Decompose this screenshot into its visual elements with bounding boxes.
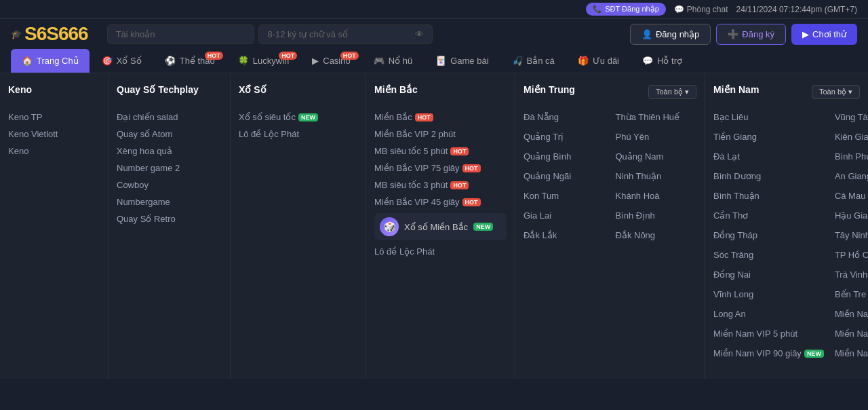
nav-item-gamebai[interactable]: 🃏 Game bài	[425, 49, 499, 73]
baclieu[interactable]: Bạc Liêu	[713, 109, 824, 126]
login-button[interactable]: 👤 Đăng nhập	[630, 24, 711, 45]
nav-item-nohu[interactable]: 🎮 Nổ hũ	[363, 49, 423, 73]
mienbac-item[interactable]: Miền Bắc HOT	[374, 109, 507, 126]
lucky-icon: 🍀	[238, 56, 249, 66]
account-input[interactable]	[107, 24, 255, 44]
mb-sieutoc-5phut-badge: HOT	[450, 147, 469, 155]
camau[interactable]: Cà Mau	[835, 187, 868, 204]
play-button[interactable]: ▶ Chơi thử	[791, 24, 857, 45]
nav-item-luckywin[interactable]: 🍀 Luckywin HOT	[227, 49, 300, 73]
mienbac-vip75giay[interactable]: Miền Bắc VIP 75 giây HOT	[374, 160, 507, 176]
miennam-vip90giay-badge: NEW	[804, 350, 824, 358]
search-group: 👁	[107, 24, 433, 44]
xeng-hoa-qua[interactable]: Xèng hoa quả	[117, 143, 222, 160]
mienbac-header: Miền Bắc	[374, 84, 507, 99]
nav-item-banca[interactable]: 🎣 Bắn cá	[501, 49, 566, 73]
dalat[interactable]: Đà Lạt	[713, 148, 824, 165]
play-icon: ▶	[802, 29, 809, 39]
luckywin-badge: HOT	[279, 52, 297, 60]
nav-item-thethao[interactable]: ⚽ Thể thao HOT	[154, 49, 226, 73]
kontum[interactable]: Kon Tum	[524, 187, 605, 204]
mienbac-vip45-badge: HOT	[462, 198, 481, 206]
keno-vietlott[interactable]: Keno Vietlott	[8, 126, 100, 143]
person-icon: 👤	[642, 29, 652, 39]
binhphuoc[interactable]: Bình Phước	[835, 148, 868, 165]
nav-item-casino[interactable]: ▶ Casino HOT	[301, 49, 361, 73]
longan[interactable]: Long An	[713, 305, 824, 322]
tayninh[interactable]: Tây Ninh	[835, 227, 868, 244]
miennam-toanbo-button[interactable]: Toàn bộ ▾	[812, 85, 860, 99]
miennam-vip2phut[interactable]: Miền Nam VIP 2 phút NEW	[835, 345, 868, 362]
khanhhoa[interactable]: Khánh Hoà	[616, 187, 697, 204]
logo-text: S6S666	[24, 23, 88, 45]
nav-item-trangchu[interactable]: 🏠 Trang Chủ	[11, 49, 90, 73]
password-input[interactable]	[267, 29, 410, 39]
vungtau[interactable]: Vũng Tàu	[835, 109, 868, 126]
gamebai-icon: 🃏	[435, 56, 446, 66]
mb-sieutoc-3phut-badge: HOT	[450, 181, 469, 189]
mientrung-column: Miền Trung Toàn bộ ▾ Đà Nẵng Thừa Thiên …	[515, 73, 705, 379]
quangngai[interactable]: Quảng Ngãi	[524, 168, 605, 185]
register-button[interactable]: ➕ Đăng ký	[716, 24, 786, 45]
chevron-down-icon-2: ▾	[848, 88, 852, 96]
nav-item-uudai[interactable]: 🎁 Ưu đãi	[567, 49, 630, 73]
kiengiang[interactable]: Kiên Giang	[835, 128, 868, 145]
mb-sieutoc-5phut[interactable]: MB siêu tốc 5 phút HOT	[374, 143, 507, 160]
angiang[interactable]: An Giang	[835, 168, 868, 185]
tiengiang[interactable]: Tiền Giang	[713, 128, 824, 145]
number-game-2[interactable]: Number game 2	[117, 160, 222, 176]
miennam-vip90giay[interactable]: Miền Nam VIP 90 giây NEW	[713, 345, 824, 362]
miennam-vip45giay[interactable]: Miền Nam VIP 45 giây NEW	[835, 305, 868, 322]
xoso-sieu-toc[interactable]: Xổ số siêu tốc NEW	[239, 109, 357, 126]
vinhlong[interactable]: Vĩnh Long	[713, 286, 824, 303]
sdt-login-button[interactable]: 📞 SĐT Đăng nhập	[586, 3, 666, 16]
mienbac-vip45giay[interactable]: Miền Bắc VIP 45 giây HOT	[374, 193, 507, 210]
ninhthuan[interactable]: Ninh Thuận	[616, 168, 697, 185]
nav-item-hotro[interactable]: 💬 Hỗ trợ	[631, 49, 693, 73]
quangtri[interactable]: Quảng Trị	[524, 128, 605, 145]
chat-link[interactable]: 💬 Phòng chat	[674, 5, 728, 14]
xoso-icon: 🎯	[102, 56, 113, 66]
travinh[interactable]: Trà Vinh	[835, 266, 868, 283]
mientrung-toanbo-button[interactable]: Toàn bộ ▾	[648, 85, 696, 99]
xoso-mienbac-special[interactable]: 🎲 Xổ số Miền Bắc NEW	[374, 213, 507, 240]
binhthuan[interactable]: Bình Thuận	[713, 187, 824, 204]
quayso-atom[interactable]: Quay số Atom	[117, 126, 222, 143]
lode-loc-phat-mb[interactable]: Lô đề Lộc Phát	[374, 243, 507, 260]
keno-column: Keno Keno TP Keno Vietlott Keno	[0, 73, 108, 379]
keno-tp[interactable]: Keno TP	[8, 109, 100, 126]
logo[interactable]: 🎓 S6S666	[11, 23, 88, 45]
cowboy[interactable]: Cowboy	[117, 176, 222, 193]
mb-sieutoc-3phut[interactable]: MB siêu tốc 3 phút HOT	[374, 176, 507, 193]
binhduong[interactable]: Bình Dương	[713, 168, 824, 185]
danang[interactable]: Đà Nẵng	[524, 109, 605, 126]
quayso-retro[interactable]: Quay Số Retro	[117, 210, 222, 227]
bentre[interactable]: Bến Tre	[835, 286, 868, 303]
daichien-salad[interactable]: Đại chiến salad	[117, 109, 222, 126]
gialai[interactable]: Gia Lai	[524, 207, 605, 224]
keno-keno[interactable]: Keno	[8, 143, 100, 160]
numbergame[interactable]: Numbergame	[117, 193, 222, 210]
miennam-vip1phut[interactable]: Miền Nam VIP 1 phút NEW	[835, 325, 868, 342]
top-bar: 📞 SĐT Đăng nhập 💬 Phòng chat 24/11/2024 …	[0, 0, 868, 19]
daknong[interactable]: Đắk Nông	[616, 227, 697, 244]
quangbinh[interactable]: Quảng Bình	[524, 148, 605, 165]
dongtap[interactable]: Đồng Tháp	[713, 227, 824, 244]
tphcm[interactable]: TP Hồ Chí Minh	[835, 246, 868, 263]
haugiang[interactable]: Hậu Giang	[835, 207, 868, 224]
quangnam[interactable]: Quảng Nam	[616, 148, 697, 165]
lode-loc-phat-xoso[interactable]: Lô đề Lộc Phát	[239, 126, 357, 143]
eye-icon[interactable]: 👁	[415, 29, 424, 39]
soctrang[interactable]: Sóc Trăng	[713, 246, 824, 263]
daklak[interactable]: Đắk Lắk	[524, 227, 605, 244]
thuathienhue[interactable]: Thừa Thiên Huế	[616, 109, 697, 126]
casino-icon: ▶	[312, 56, 319, 66]
miennam-vip5phut[interactable]: Miền Nam VIP 5 phút	[713, 325, 824, 342]
mienbac-vip2phut[interactable]: Miền Bắc VIP 2 phút	[374, 126, 507, 143]
nav-item-xoso[interactable]: 🎯 Xổ Số	[91, 49, 153, 73]
dongnai[interactable]: Đồng Nai	[713, 266, 824, 283]
nav-bar: 🏠 Trang Chủ 🎯 Xổ Số ⚽ Thể thao HOT 🍀 Luc…	[0, 49, 868, 73]
cantho[interactable]: Cần Thơ	[713, 207, 824, 224]
phuyen[interactable]: Phú Yên	[616, 128, 697, 145]
binhdinh[interactable]: Bình Định	[616, 207, 697, 224]
